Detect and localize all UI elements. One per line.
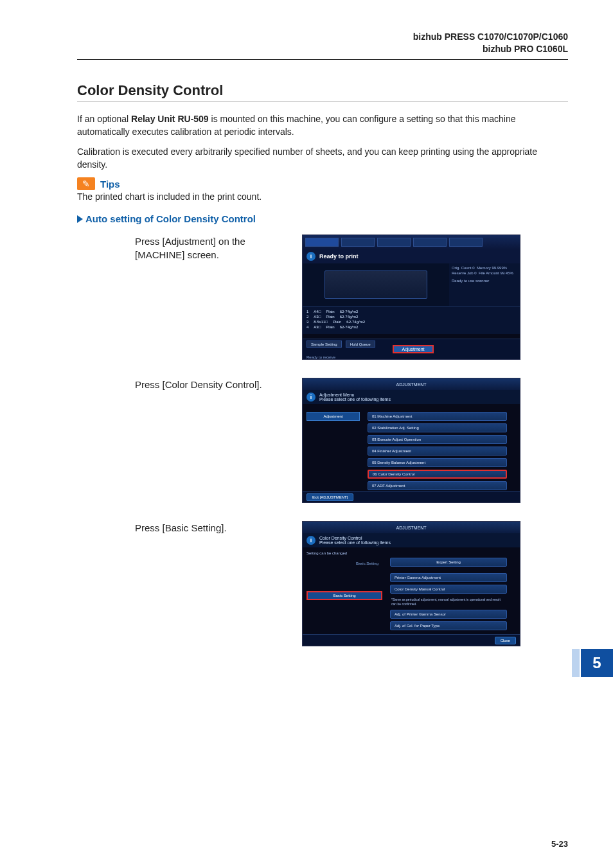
bottom-bar: Sample Setting Hold Queue Adjustment Rea… — [303, 339, 520, 359]
adj-item-05[interactable]: 05 Density Balance Adjustment — [368, 458, 507, 467]
step-3-text: Press [Basic Setting]. — [77, 521, 289, 535]
adj-item-04[interactable]: 04 Finisher Adjustment — [368, 447, 507, 456]
adjustment-header: ADJUSTMENT — [303, 522, 520, 533]
close-button[interactable]: Close — [495, 637, 516, 644]
info-title: Color Density Control — [319, 536, 391, 540]
relay-unit-name: Relay Unit RU-509 — [131, 114, 209, 124]
page-number: 5-23 — [551, 839, 568, 849]
tab-scan[interactable] — [449, 238, 483, 247]
intro-paragraph-1: If an optional Relay Unit RU-509 is moun… — [77, 112, 568, 139]
sample-setting-button[interactable]: Sample Setting — [306, 341, 342, 348]
header-rule — [77, 59, 568, 60]
section-title: Color Density Control — [77, 82, 568, 99]
info-icon: i — [306, 393, 315, 402]
tab-joblist[interactable] — [341, 238, 375, 247]
expert-item-gamma-sensor[interactable]: Adj. of Printer Gamma Sensor — [390, 610, 507, 619]
subheading-text: Auto setting of Color Density Control — [85, 213, 256, 224]
tab-copy[interactable] — [413, 238, 447, 247]
triangle-icon — [77, 215, 83, 223]
basic-setting-button[interactable]: Basic Setting — [306, 591, 382, 600]
chapter-strip — [572, 649, 580, 677]
tips-label: Tips — [100, 179, 120, 190]
metrics-panel: Orig. Count 0 Memory 99.999% Reserve Job… — [449, 263, 520, 306]
expert-item-manual-control[interactable]: Color Density Manual Control — [390, 585, 507, 594]
adjustment-button[interactable]: Adjustment — [393, 345, 434, 353]
device-illustration — [324, 270, 427, 299]
adjustment-item-list: 01 Machine Adjustment 02 Stabilization A… — [364, 408, 520, 491]
status-bar: i Ready to print — [303, 249, 520, 263]
tips-icon: ✎ — [77, 177, 95, 190]
adj-item-01[interactable]: 01 Machine Adjustment — [368, 412, 507, 421]
step-1-text: Press [Adjustment] on the [MACHINE] scre… — [77, 235, 289, 261]
expert-note-1: *Same as periodical adjustment, manual a… — [390, 596, 507, 610]
step-2-text: Press [Color Density Control]. — [77, 378, 289, 391]
expert-setting-header: Expert Setting — [390, 558, 507, 567]
chapter-tab: 5 — [581, 649, 613, 677]
paper-tray-table: 1A4□Plain62-74g/m2 2A3□Plain62-74g/m2 38… — [303, 306, 520, 334]
expert-item-gamma[interactable]: Printer Gamma Adjustment — [390, 573, 507, 582]
info-sub: Please select one of following items — [319, 540, 391, 545]
top-tab-bar — [303, 235, 520, 249]
tab-machine[interactable] — [305, 238, 339, 247]
adj-item-07[interactable]: 07 ADF Adjustment — [368, 481, 507, 490]
machine-screen-shot: i Ready to print Orig. Count 0 Memory 99… — [302, 235, 520, 360]
adjustment-header: ADJUSTMENT — [303, 378, 520, 390]
tips-row: ✎ Tips — [77, 177, 568, 190]
adj-item-03[interactable]: 03 Execute Adjust Operation — [368, 435, 507, 444]
exit-adjustment-button[interactable]: Exit [ADJUSTMENT] — [306, 493, 353, 501]
step-1: Press [Adjustment] on the [MACHINE] scre… — [77, 235, 568, 360]
info-icon: i — [306, 536, 315, 545]
status-text: Ready to print — [319, 253, 359, 260]
side-adjustment-button[interactable]: Adjustment — [306, 412, 360, 421]
info-title: Adjustment Menu — [319, 393, 391, 397]
setting-note: Setting can be changed — [306, 551, 347, 555]
header-line-1: bizhub PRESS C1070/C1070P/C1060 — [413, 31, 568, 43]
device-illustration-area — [303, 263, 449, 306]
intro-paragraph-2: Calibration is executed every arbitraril… — [77, 145, 568, 172]
step-3: Press [Basic Setting]. ADJUSTMENT i Colo… — [77, 521, 568, 646]
expert-item-color-paper[interactable]: Adj. of Col. for Paper Type — [390, 621, 507, 630]
tab-recall[interactable] — [377, 238, 411, 247]
adj-item-02[interactable]: 02 Stabilization Adj. Setting — [368, 423, 507, 432]
basic-setting-header: Basic Setting — [306, 562, 382, 565]
hold-queue-button[interactable]: Hold Queue — [346, 341, 375, 348]
info-sub: Please select one of following items — [319, 397, 391, 402]
header-line-2: bizhub PRO C1060L — [413, 43, 568, 55]
subheading: Auto setting of Color Density Control — [77, 213, 568, 224]
section-rule — [77, 102, 568, 102]
adj-item-06-color-density[interactable]: 06 Color Density Control — [368, 470, 507, 479]
basic-setting-shot: ADJUSTMENT i Color Density Control Pleas… — [302, 521, 520, 646]
footer-status: Ready to receive — [306, 355, 335, 359]
tips-note: The printed chart is included in the pri… — [77, 191, 568, 202]
document-header: bizhub PRESS C1070/C1070P/C1060 bizhub P… — [413, 31, 568, 55]
step-2: Press [Color Density Control]. ADJUSTMEN… — [77, 378, 568, 503]
adjustment-menu-shot: ADJUSTMENT i Adjustment Menu Please sele… — [302, 378, 520, 503]
info-icon: i — [306, 252, 315, 261]
